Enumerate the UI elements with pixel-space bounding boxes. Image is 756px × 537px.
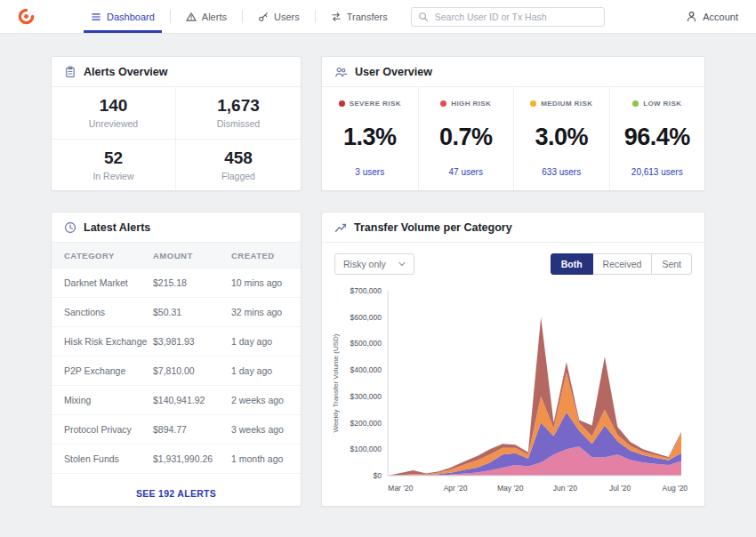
table-row[interactable]: Hisk Risk Exchange $3,981.93 1 day ago xyxy=(52,327,301,357)
svg-text:$300,000: $300,000 xyxy=(350,392,382,401)
user-overview-card: User Overview SEVERE RISK 1.3% 3 users H… xyxy=(321,56,705,191)
risk-label: HIGH RISK xyxy=(451,100,491,108)
person-icon xyxy=(686,11,697,22)
search-box xyxy=(411,7,605,27)
toggle-sent-button[interactable]: Sent xyxy=(652,253,692,275)
dropdown-value: Risky only xyxy=(343,259,386,269)
chevron-down-icon xyxy=(398,261,406,267)
see-all-alerts-link[interactable]: SEE 192 ALERTS xyxy=(136,488,216,499)
toggle-both-button[interactable]: Both xyxy=(551,253,593,275)
alerts-overview-card: Alerts Overview 140 Unreviewed 1,673 Dis… xyxy=(51,56,302,191)
nav-label: Users xyxy=(274,12,300,22)
stat-value: 458 xyxy=(224,148,253,168)
cell-created: 32 mins ago xyxy=(231,307,288,317)
transfers-icon xyxy=(331,12,342,22)
svg-text:$700,000: $700,000 xyxy=(350,286,382,295)
risk-percent: 96.4% xyxy=(624,124,690,151)
cell-created: 1 month ago xyxy=(231,453,288,464)
col-created: CREATED xyxy=(231,251,288,260)
svg-text:Apr '20: Apr '20 xyxy=(444,484,468,493)
cell-category: Hisk Risk Exchange xyxy=(64,336,153,347)
risk-label: LOW RISK xyxy=(643,100,681,108)
cell-category: Sanctions xyxy=(64,307,153,317)
risk-users-link[interactable]: 20,613 users xyxy=(631,167,683,177)
risk-segments: SEVERE RISK 1.3% 3 users HIGH RISK 0.7% … xyxy=(322,87,704,190)
svg-text:$600,000: $600,000 xyxy=(350,313,382,322)
stat-label: Dismissed xyxy=(217,118,260,129)
col-amount: AMOUNT xyxy=(153,251,231,260)
nav-transfers[interactable]: Transfers xyxy=(329,0,390,33)
segment-severe-risk: SEVERE RISK 1.3% 3 users xyxy=(322,87,418,190)
cell-amount: $140,941.92 xyxy=(153,395,231,405)
table-row[interactable]: P2P Exchange $7,810.00 1 day ago xyxy=(52,357,301,386)
table-row[interactable]: Sanctions $50.31 32 mins ago xyxy=(52,298,301,327)
risk-users-link[interactable]: 47 users xyxy=(449,167,483,177)
top-navbar: Dashboard Alerts Users Transfers xyxy=(0,0,756,34)
card-header: Transfer Volume per Category xyxy=(322,212,704,243)
cell-created: 1 day ago xyxy=(231,336,288,347)
risk-label: MEDIUM RISK xyxy=(541,100,592,108)
stat-in-review: 52 In Review xyxy=(52,140,176,191)
cell-created: 2 weeks ago xyxy=(231,395,288,405)
cell-created: 3 weeks ago xyxy=(231,424,288,435)
alerts-stats-grid: 140 Unreviewed 1,673 Dismissed 52 In Rev… xyxy=(52,87,301,190)
table-row[interactable]: Stolen Funds $1,931,990.26 1 month ago xyxy=(52,445,301,474)
cell-created: 10 mins ago xyxy=(231,277,288,288)
nav-label: Transfers xyxy=(347,12,388,22)
segment-medium-risk: MEDIUM RISK 3.0% 633 users xyxy=(513,87,609,190)
nav-label: Alerts xyxy=(202,12,227,22)
card-header: Alerts Overview xyxy=(52,57,301,87)
stat-flagged: 458 Flagged xyxy=(176,140,301,191)
dashboard-content: Alerts Overview 140 Unreviewed 1,673 Dis… xyxy=(51,56,705,507)
toggle-received-button[interactable]: Received xyxy=(593,253,653,275)
nav-label: Dashboard xyxy=(107,12,155,22)
nav-dashboard[interactable]: Dashboard xyxy=(89,0,157,33)
stat-dismissed: 1,673 Dismissed xyxy=(176,87,301,140)
stat-unreviewed: 140 Unreviewed xyxy=(52,87,176,140)
transfer-volume-chart: $0$100,000$200,000$300,000$400,000$500,0… xyxy=(322,280,704,501)
segment-low-risk: LOW RISK 96.4% 20,613 users xyxy=(609,87,705,190)
risk-percent: 1.3% xyxy=(343,124,397,151)
svg-text:Weekly Transfer Volume (USD): Weekly Transfer Volume (USD) xyxy=(332,333,340,432)
search-icon xyxy=(418,12,429,22)
cell-amount: $3,981.93 xyxy=(153,336,231,347)
account-menu[interactable]: Account xyxy=(686,11,738,22)
table-row[interactable]: Protocol Privacy $894.77 3 weeks ago xyxy=(52,415,301,445)
risky-only-dropdown[interactable]: Risky only xyxy=(334,253,414,275)
cell-category: Darknet Market xyxy=(64,277,153,288)
clock-icon xyxy=(64,221,76,234)
app-logo[interactable] xyxy=(18,8,36,26)
svg-text:$0: $0 xyxy=(374,471,382,480)
svg-text:$100,000: $100,000 xyxy=(350,445,382,453)
risk-percent: 0.7% xyxy=(439,124,493,151)
svg-text:$400,000: $400,000 xyxy=(350,365,382,374)
nav-users[interactable]: Users xyxy=(256,0,302,33)
cell-category: Mixing xyxy=(64,395,153,405)
alerts-icon xyxy=(186,12,197,22)
clipboard-icon xyxy=(64,66,76,78)
card-header: Latest Alerts xyxy=(52,212,301,243)
card-title: Alerts Overview xyxy=(84,66,168,78)
stacked-area-chart: $0$100,000$200,000$300,000$400,000$500,0… xyxy=(331,282,696,497)
users-key-icon xyxy=(258,12,269,22)
col-category: CATEGORY xyxy=(64,251,153,260)
nav-menu: Dashboard Alerts Users Transfers xyxy=(89,0,390,33)
cell-amount: $215.18 xyxy=(153,277,231,288)
risk-percent: 3.0% xyxy=(535,124,588,151)
direction-toggle: Both Received Sent xyxy=(551,253,692,275)
cell-amount: $894.77 xyxy=(153,424,231,435)
nav-alerts[interactable]: Alerts xyxy=(184,0,229,33)
brand-logo-icon xyxy=(18,8,35,25)
risk-users-link[interactable]: 3 users xyxy=(355,167,384,177)
risk-dot xyxy=(632,100,639,107)
card-title: Latest Alerts xyxy=(84,221,150,234)
search-input[interactable] xyxy=(411,7,605,27)
table-row[interactable]: Darknet Market $215.18 10 mins ago xyxy=(52,268,301,298)
table-footer: SEE 192 ALERTS xyxy=(52,474,301,501)
risk-label: SEVERE RISK xyxy=(350,100,401,108)
cell-category: Stolen Funds xyxy=(64,453,153,464)
stat-value: 140 xyxy=(100,96,128,116)
card-header: User Overview xyxy=(322,57,704,87)
table-row[interactable]: Mixing $140,941.92 2 weeks ago xyxy=(52,386,301,415)
risk-users-link[interactable]: 633 users xyxy=(542,167,581,177)
